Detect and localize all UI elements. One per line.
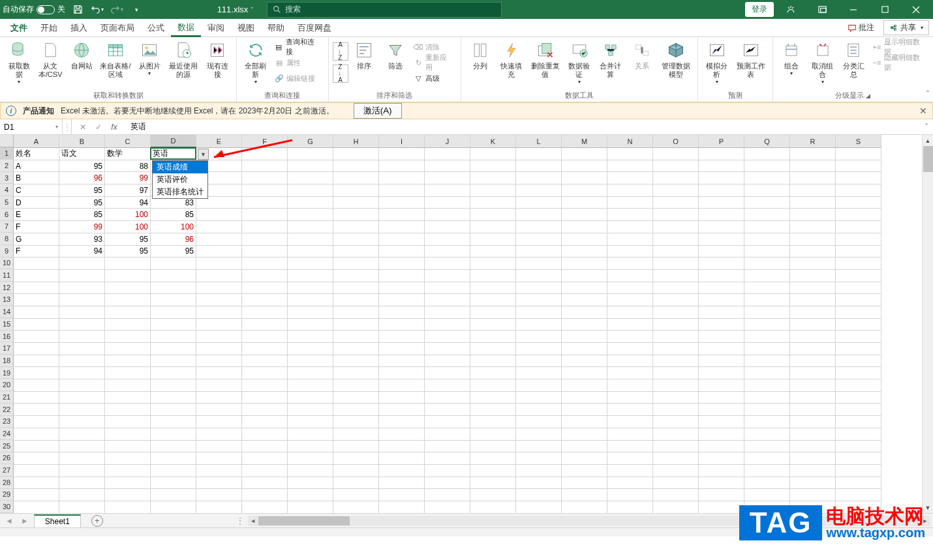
cell[interactable]: 94 [105,197,151,209]
sort-desc-button[interactable]: Z↓A [333,65,348,83]
cell[interactable] [470,392,516,404]
cell[interactable]: 96 [151,233,196,246]
split-handle[interactable]: ⋮ [236,516,244,525]
cell[interactable] [744,379,790,392]
cell[interactable] [425,209,470,221]
cell[interactable] [425,294,470,306]
cell[interactable] [699,379,744,392]
cell[interactable] [242,270,288,282]
cell[interactable] [790,404,836,416]
cell[interactable] [379,246,425,258]
cell[interactable] [242,477,288,490]
cell[interactable] [105,452,151,465]
cell[interactable] [379,331,425,343]
whatif-button[interactable]: 模拟分析▾ [702,38,732,87]
cell[interactable]: 95 [59,197,105,209]
cell[interactable] [516,270,562,282]
cell[interactable] [333,404,379,416]
cell[interactable] [790,452,836,465]
row-header-14[interactable]: 14 [0,306,14,318]
row-header-3[interactable]: 3 [0,172,14,184]
cell[interactable] [196,404,242,416]
cell[interactable] [836,331,881,343]
cell[interactable] [151,477,196,490]
cell[interactable] [790,209,836,221]
cell[interactable] [699,197,744,209]
forecast-sheet-button[interactable]: 预测工作表 [733,38,769,80]
cell[interactable] [379,270,425,282]
row-header-10[interactable]: 10 [0,258,14,270]
cell[interactable] [653,379,699,392]
cell[interactable] [699,233,744,246]
tab-baidu[interactable]: 百度网盘 [291,20,338,37]
cell[interactable] [151,355,196,368]
cell[interactable] [151,452,196,465]
cell[interactable] [288,319,333,331]
cell[interactable] [790,197,836,209]
row-header-17[interactable]: 17 [0,342,14,355]
cell[interactable] [288,416,333,428]
cell[interactable] [425,160,470,173]
cell[interactable] [790,416,836,428]
cell[interactable] [653,465,699,477]
cell[interactable] [151,367,196,379]
cell[interactable] [333,441,379,453]
cell[interactable] [516,331,562,343]
cell[interactable] [790,246,836,258]
cell[interactable] [562,331,607,343]
cell[interactable] [836,233,881,246]
cell[interactable] [699,489,744,501]
cell[interactable]: G [14,233,59,246]
cell[interactable] [744,465,790,477]
enter-formula-button[interactable]: ✓ [93,123,104,132]
cell[interactable] [151,428,196,441]
outline-launcher[interactable]: ◢ [866,93,870,99]
cell[interactable] [653,197,699,209]
row-header-1[interactable]: 1 [0,147,14,160]
cell[interactable] [744,343,790,355]
cell[interactable]: 100 [105,209,151,221]
properties-button[interactable]: ▤属性 [272,55,324,70]
cell[interactable] [653,221,699,233]
cell[interactable] [379,233,425,246]
cell[interactable] [699,452,744,465]
cell[interactable] [516,319,562,331]
cell[interactable] [105,501,151,513]
cell[interactable] [562,501,607,513]
column-header-C[interactable]: C [105,135,151,148]
cell[interactable] [105,489,151,501]
filter-button[interactable]: 筛选 [380,38,410,72]
cell[interactable] [836,416,881,428]
cell[interactable] [151,416,196,428]
cell[interactable] [288,209,333,221]
cell[interactable] [105,306,151,319]
cell[interactable] [379,428,425,441]
cell[interactable] [836,148,881,160]
cell[interactable] [379,355,425,368]
column-header-M[interactable]: M [562,135,607,148]
cell[interactable] [242,246,288,258]
cell[interactable] [470,294,516,306]
column-header-F[interactable]: F [242,135,288,148]
existing-conn-button[interactable]: 现有连接 [202,38,232,80]
cell[interactable] [516,428,562,441]
cell[interactable]: 95 [105,246,151,258]
cell[interactable] [425,465,470,477]
cell[interactable] [470,465,516,477]
cell[interactable] [562,172,607,184]
cell[interactable] [516,172,562,184]
queries-connections-button[interactable]: ▤查询和连接 [272,40,324,54]
remove-duplicates-button[interactable]: 删除重复值 [528,38,563,80]
cell[interactable] [744,404,790,416]
cell[interactable] [744,270,790,282]
row-header-2[interactable]: 2 [0,160,14,172]
cell[interactable] [59,331,105,343]
row-header-24[interactable]: 24 [0,428,14,440]
cell[interactable]: 97 [105,184,151,197]
dropdown-item-1[interactable]: 英语评价 [153,173,207,186]
cell[interactable] [653,258,699,270]
cell[interactable] [59,355,105,368]
cell[interactable] [516,148,562,160]
cell[interactable] [196,477,242,490]
column-header-L[interactable]: L [516,135,562,148]
